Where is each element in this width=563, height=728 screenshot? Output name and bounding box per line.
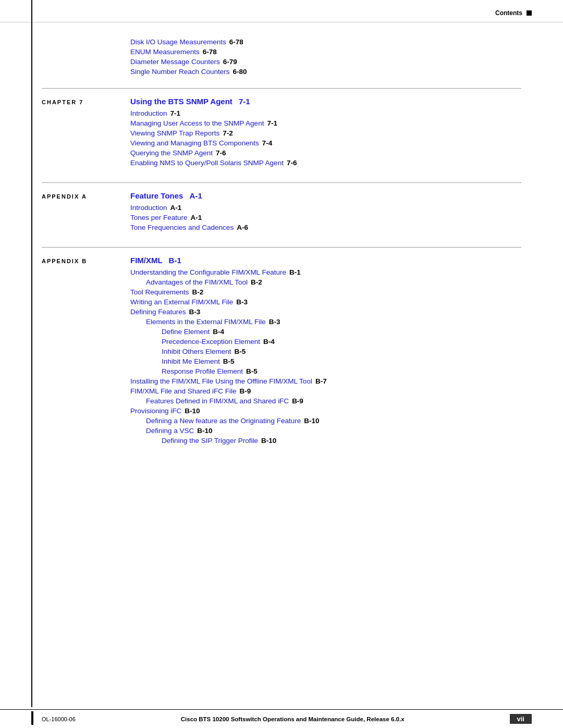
appA-tone-freq: Tone Frequencies and Cadences A-6 xyxy=(130,224,521,231)
chapter7-title-text: Using the BTS SNMP Agent xyxy=(130,97,232,106)
ch7-viewing-trap-link[interactable]: Viewing SNMP Trap Reports xyxy=(130,129,219,137)
toc-link-single-number[interactable]: Single Number Reach Counters xyxy=(130,68,230,76)
appB-entry-11: Installing the FIM/XML File Using the Of… xyxy=(130,377,521,385)
appB-page-11: B-7 xyxy=(315,377,327,385)
ch7-viewing-managing-link[interactable]: Viewing and Managing BTS Components xyxy=(130,139,259,147)
appB-link-6[interactable]: Define Element xyxy=(162,328,210,336)
appendixB-entries: Understanding the Configurable FIM/XML F… xyxy=(42,268,521,445)
toc-entry-single-number: Single Number Reach Counters 6-80 xyxy=(130,68,521,76)
chapter7-title-area: Using the BTS SNMP Agent 7-1 xyxy=(130,97,521,106)
ch7-enabling-link[interactable]: Enabling NMS to Query/Poll Solaris SNMP … xyxy=(130,159,284,167)
appB-link-16[interactable]: Defining a VSC xyxy=(146,427,194,435)
toc-page-enum: 6-78 xyxy=(203,48,217,56)
ch7-intro: Introduction 7-1 xyxy=(130,109,521,117)
divider-appA xyxy=(42,182,521,183)
ch7-querying-link[interactable]: Querying the SNMP Agent xyxy=(130,149,213,157)
ch7-managing: Managing User Access to the SNMP Agent 7… xyxy=(130,119,521,127)
appB-page-16: B-10 xyxy=(197,427,212,435)
appendixB-title-text: FIM/XML xyxy=(130,256,162,265)
appB-entry-8: Inhibit Others ElementB-5 xyxy=(130,348,521,355)
appB-entry-16: Defining a VSCB-10 xyxy=(130,427,521,435)
appB-link-5[interactable]: Elements in the External FIM/XML File xyxy=(146,318,266,326)
appB-link-4[interactable]: Defining Features xyxy=(130,308,186,316)
appB-link-17[interactable]: Defining the SIP Trigger Profile xyxy=(162,437,258,445)
appB-link-15[interactable]: Defining a New feature as the Originatin… xyxy=(146,417,301,425)
appA-tones-per: Tones per Feature A-1 xyxy=(130,214,521,221)
appB-link-3[interactable]: Writing an External FIM/XML File xyxy=(130,298,233,306)
appB-page-9: B-5 xyxy=(223,357,235,365)
appB-entry-12: FIM/XML File and Shared iFC FileB-9 xyxy=(130,387,521,395)
appB-page-6: B-4 xyxy=(213,328,224,336)
appB-link-10[interactable]: Response Profile Element xyxy=(162,367,243,375)
appB-page-17: B-10 xyxy=(261,437,276,445)
appB-link-14[interactable]: Provisioning iFC xyxy=(130,407,181,415)
appendixB-row: APPENDIX B FIM/XML B-1 xyxy=(42,256,521,265)
ch7-viewing-managing: Viewing and Managing BTS Components 7-4 xyxy=(130,139,521,147)
ch7-viewing-trap-page: 7-2 xyxy=(223,129,233,137)
toc-link-diameter[interactable]: Diameter Message Counters xyxy=(130,58,220,66)
ch7-managing-link[interactable]: Managing User Access to the SNMP Agent xyxy=(130,119,264,127)
appB-link-2[interactable]: Tool Requirements xyxy=(130,288,189,296)
chapter7-entries: Introduction 7-1 Managing User Access to… xyxy=(42,109,521,167)
chapter7-title-page: 7-1 xyxy=(239,97,250,106)
toc-entry-disk-io: Disk I/O Usage Measurements 6-78 xyxy=(130,38,521,46)
appB-link-1[interactable]: Advantages of the FIM/XML Tool xyxy=(146,278,248,286)
toc-page-disk-io: 6-78 xyxy=(229,38,243,46)
ch7-viewing-managing-page: 7-4 xyxy=(262,139,273,147)
appB-page-14: B-10 xyxy=(185,407,200,415)
header: Contents xyxy=(0,0,563,22)
appB-page-8: B-5 xyxy=(235,348,246,355)
footer-center-text: Cisco BTS 10200 Softswitch Operations an… xyxy=(76,716,510,722)
appB-link-13[interactable]: Features Defined in FIM/XML and Shared i… xyxy=(146,397,289,405)
appendixA-row: APPENDIX A Feature Tones A-1 xyxy=(42,191,521,201)
toc-link-enum[interactable]: ENUM Measurements xyxy=(130,48,200,56)
appB-link-0[interactable]: Understanding the Configurable FIM/XML F… xyxy=(130,268,286,276)
appB-entry-1: Advantages of the FIM/XML ToolB-2 xyxy=(130,278,521,286)
appendixB-title-page: B-1 xyxy=(169,256,181,265)
ch7-intro-page: 7-1 xyxy=(170,109,181,117)
appB-entry-2: Tool RequirementsB-2 xyxy=(130,288,521,296)
ch7-querying-page: 7-6 xyxy=(216,149,226,157)
appendixB-title-area: FIM/XML B-1 xyxy=(130,256,521,265)
appA-tone-freq-link[interactable]: Tone Frequencies and Cadences xyxy=(130,224,234,231)
appendixA-entries: Introduction A-1 Tones per Feature A-1 T… xyxy=(42,204,521,231)
appB-entry-17: Defining the SIP Trigger ProfileB-10 xyxy=(130,437,521,445)
toc-page-diameter: 6-79 xyxy=(223,58,237,66)
toc-page-single-number: 6-80 xyxy=(233,68,247,76)
toc-entry-enum: ENUM Measurements 6-78 xyxy=(130,48,521,56)
appA-intro-link[interactable]: Introduction xyxy=(130,204,167,212)
appB-entry-4: Defining FeaturesB-3 xyxy=(130,308,521,316)
appB-page-13: B-9 xyxy=(292,397,303,405)
footer-page-number: vii xyxy=(510,714,532,724)
appB-page-2: B-2 xyxy=(192,288,204,296)
ch7-viewing-trap: Viewing SNMP Trap Reports 7-2 xyxy=(130,129,521,137)
appA-tone-freq-page: A-6 xyxy=(237,224,248,231)
appB-link-12[interactable]: FIM/XML File and Shared iFC File xyxy=(130,387,237,395)
page: Contents Disk I/O Usage Measurements 6-7… xyxy=(0,0,563,728)
appB-page-3: B-3 xyxy=(236,298,248,306)
appendixA-title[interactable]: Feature Tones A-1 xyxy=(130,191,202,200)
appB-link-7[interactable]: Precedence-Exception Element xyxy=(162,338,260,346)
appendixA-title-page: A-1 xyxy=(190,191,202,200)
appB-entry-15: Defining a New feature as the Originatin… xyxy=(130,417,521,425)
toc-link-disk-io[interactable]: Disk I/O Usage Measurements xyxy=(130,38,226,46)
appB-link-11[interactable]: Installing the FIM/XML File Using the Of… xyxy=(130,377,312,385)
ch7-enabling: Enabling NMS to Query/Poll Solaris SNMP … xyxy=(130,159,521,167)
ch7-intro-link[interactable]: Introduction xyxy=(130,109,167,117)
main-content: Disk I/O Usage Measurements 6-78 ENUM Me… xyxy=(0,22,563,491)
toc-entry-diameter: Diameter Message Counters 6-79 xyxy=(130,58,521,66)
appB-page-4: B-3 xyxy=(189,308,201,316)
footer-left-bar xyxy=(31,711,33,725)
appendixB-label: APPENDIX B xyxy=(42,258,130,264)
top-entries-section: Disk I/O Usage Measurements 6-78 ENUM Me… xyxy=(42,38,521,76)
appB-link-8[interactable]: Inhibit Others Element xyxy=(162,348,231,355)
appB-link-9[interactable]: Inhibit Me Element xyxy=(162,357,220,365)
appB-page-12: B-9 xyxy=(240,387,251,395)
appA-tones-per-link[interactable]: Tones per Feature xyxy=(130,214,188,221)
contents-label: Contents xyxy=(495,9,522,17)
appendixB-title[interactable]: FIM/XML B-1 xyxy=(130,256,181,265)
chapter7-title[interactable]: Using the BTS SNMP Agent 7-1 xyxy=(130,97,250,106)
appB-entry-13: Features Defined in FIM/XML and Shared i… xyxy=(130,397,521,405)
chapter7-row: CHAPTER 7 Using the BTS SNMP Agent 7-1 xyxy=(42,97,521,106)
appB-entry-9: Inhibit Me ElementB-5 xyxy=(130,357,521,365)
